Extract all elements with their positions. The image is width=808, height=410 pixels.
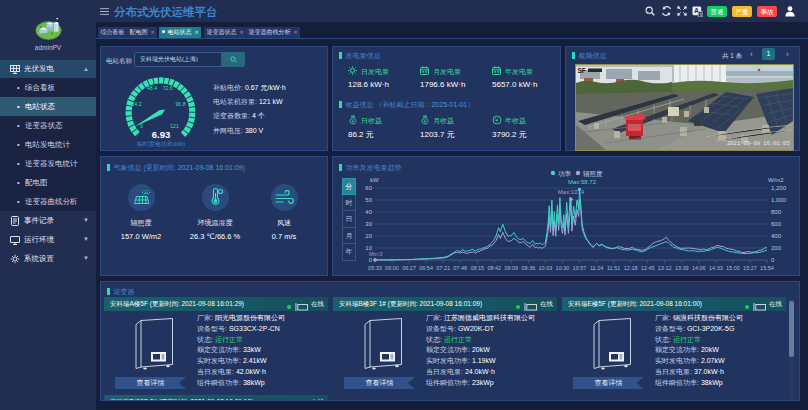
svg-text:Max:58.72: Max:58.72 bbox=[568, 179, 597, 185]
svg-text:600: 600 bbox=[771, 221, 782, 227]
svg-text:08:42: 08:42 bbox=[487, 265, 501, 271]
svg-text:14:33: 14:33 bbox=[709, 265, 723, 271]
svg-text:07:21: 07:21 bbox=[436, 265, 450, 271]
svg-text:¥: ¥ bbox=[423, 117, 426, 123]
svg-text:121: 121 bbox=[170, 123, 179, 129]
svg-text:11:24: 11:24 bbox=[590, 265, 603, 271]
svg-text:Min:0: Min:0 bbox=[369, 251, 382, 257]
svg-text:06:27: 06:27 bbox=[402, 265, 416, 271]
svg-text:08:15: 08:15 bbox=[470, 265, 484, 271]
svg-text:200: 200 bbox=[771, 245, 782, 251]
svg-text:15:54: 15:54 bbox=[760, 265, 774, 271]
svg-text:48.4: 48.4 bbox=[147, 85, 157, 91]
svg-text:W/m2: W/m2 bbox=[768, 177, 784, 183]
svg-text:20: 20 bbox=[365, 233, 372, 239]
svg-text:0: 0 bbox=[369, 257, 373, 263]
svg-text:05:33: 05:33 bbox=[368, 265, 382, 271]
svg-text:13:12: 13:12 bbox=[658, 265, 672, 271]
svg-text:07:48: 07:48 bbox=[453, 265, 467, 271]
svg-text:96.8: 96.8 bbox=[175, 101, 185, 107]
svg-text:24.2: 24.2 bbox=[131, 101, 141, 107]
svg-text:09:36: 09:36 bbox=[522, 265, 536, 271]
svg-text:400: 400 bbox=[771, 233, 782, 239]
svg-text:15:27: 15:27 bbox=[743, 265, 757, 271]
svg-text:50: 50 bbox=[365, 197, 372, 203]
svg-text:¥: ¥ bbox=[351, 117, 354, 123]
svg-text:15:00: 15:00 bbox=[726, 265, 740, 271]
svg-text:功率: 功率 bbox=[558, 170, 572, 177]
svg-text:12:45: 12:45 bbox=[641, 265, 655, 271]
svg-text:1,200: 1,200 bbox=[771, 185, 787, 191]
svg-text:11:51: 11:51 bbox=[607, 265, 620, 271]
svg-text:0: 0 bbox=[771, 257, 775, 263]
svg-text:06:54: 06:54 bbox=[419, 265, 433, 271]
svg-text:Max:1014: Max:1014 bbox=[558, 189, 585, 195]
svg-text:12:18: 12:18 bbox=[624, 265, 638, 271]
svg-text:2021-09-08 16:01:05: 2021-09-08 16:01:05 bbox=[727, 140, 790, 147]
svg-text:¥: ¥ bbox=[495, 117, 499, 123]
svg-text:辐照度: 辐照度 bbox=[583, 170, 603, 178]
svg-text:09:09: 09:09 bbox=[504, 265, 518, 271]
svg-text:40: 40 bbox=[365, 209, 372, 215]
svg-text:14:06: 14:06 bbox=[692, 265, 706, 271]
svg-text:10:57: 10:57 bbox=[573, 265, 587, 271]
svg-text:30: 30 bbox=[365, 221, 372, 227]
svg-text:10:03: 10:03 bbox=[539, 265, 553, 271]
svg-text:SF: SF bbox=[578, 67, 586, 74]
svg-text:800: 800 bbox=[771, 209, 782, 215]
svg-text:kW: kW bbox=[370, 177, 379, 183]
svg-text:1,000: 1,000 bbox=[771, 197, 787, 203]
svg-text:13:39: 13:39 bbox=[675, 265, 689, 271]
svg-text:72.6: 72.6 bbox=[163, 85, 173, 91]
svg-text:06:00: 06:00 bbox=[385, 265, 399, 271]
svg-text:60: 60 bbox=[365, 185, 372, 191]
svg-text:10:30: 10:30 bbox=[556, 265, 570, 271]
svg-text:文: 文 bbox=[699, 12, 703, 17]
